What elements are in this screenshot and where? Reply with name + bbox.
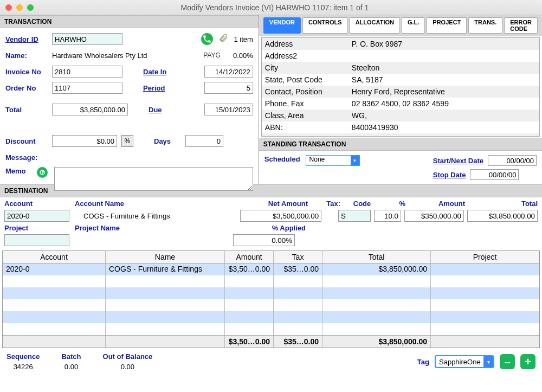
oob-value: 0.00 [103, 363, 153, 371]
vendor-name: Hardware Wholesalers Pty Ltd [52, 52, 147, 60]
phone-icon[interactable] [201, 33, 213, 45]
scheduled-select[interactable]: None ▾ [306, 155, 360, 166]
vendor-info-value: 0.00 [349, 135, 539, 137]
table-row[interactable] [3, 323, 539, 335]
dest-amount-input[interactable] [404, 210, 464, 222]
date-in-input[interactable] [204, 66, 253, 78]
hdr-total: Total [470, 200, 538, 208]
discount-label: Discount [5, 137, 48, 145]
vendor-info-key: Phone, Fax [262, 99, 349, 108]
table-row[interactable]: 2020-0COGS - Furniture & Fittings$3,50…0… [3, 264, 539, 275]
invoice-no-input[interactable] [52, 66, 122, 78]
due-label[interactable]: Due [149, 106, 181, 114]
vendor-info-value: Henry Ford, Representative [349, 87, 539, 96]
table-row[interactable] [3, 287, 539, 299]
start-date-input[interactable] [488, 155, 537, 166]
table-row[interactable] [3, 311, 539, 323]
dest-account-input[interactable] [4, 210, 69, 222]
items-count: 1 item [234, 35, 253, 43]
tag-select[interactable]: SapphireOne ▾ [435, 355, 494, 368]
tab-vendor[interactable]: VENDOR [263, 17, 301, 34]
close-icon[interactable] [5, 4, 12, 11]
percent-button[interactable]: % [121, 135, 133, 147]
vendor-info-value: 84003419930 [349, 123, 539, 132]
name-label: Name: [5, 52, 48, 60]
vendor-info-value: P. O. Box 9987 [349, 40, 539, 48]
payg-label: PAYG [203, 52, 221, 59]
tab-trans[interactable]: TRANS. [468, 17, 502, 34]
start-date-label[interactable]: Start/Next Date [433, 157, 483, 165]
vendor-info-key: Class, Area [262, 111, 349, 120]
standing-header: STANDING TRANSACTION [259, 138, 542, 151]
period-label[interactable]: Period [143, 84, 176, 92]
vendor-info-value: 02 8362 4500, 02 8362 4599 [349, 99, 539, 108]
tab-project[interactable]: PROJECT [427, 17, 467, 34]
vendor-info-value: WG, [349, 111, 539, 120]
vendor-info-key: Total Owing: [262, 135, 349, 137]
hdr-net-amount: Net Amount [243, 200, 308, 208]
dest-pct-input[interactable] [374, 210, 401, 222]
tab-controls[interactable]: CONTROLS [302, 17, 348, 34]
vendor-id-label[interactable]: Vendor ID [5, 35, 48, 43]
order-no-input[interactable] [52, 82, 122, 94]
date-in-label[interactable]: Date In [143, 68, 176, 76]
discount-input[interactable] [52, 135, 117, 147]
vendor-info-row: Address2 [262, 50, 539, 62]
grid-hdr-account[interactable]: Account [3, 251, 106, 263]
dest-net-amount-input[interactable] [240, 210, 321, 222]
batch-label: Batch [61, 352, 81, 361]
vendor-info-row: ABN:84003419930 [262, 121, 539, 133]
total-input[interactable] [52, 104, 128, 115]
chevron-down-icon: ▾ [351, 156, 359, 165]
vendor-info-key: Address2 [262, 52, 349, 60]
remove-button[interactable]: – [500, 354, 515, 369]
tab-errorcode[interactable]: ERROR CODE [504, 17, 538, 34]
message-label: Message: [5, 153, 48, 162]
period-input[interactable] [204, 82, 253, 94]
dest-total-input[interactable] [467, 210, 538, 222]
scheduled-label: Scheduled [264, 155, 300, 163]
attachment-icon[interactable] [218, 33, 228, 46]
memo-input[interactable] [54, 167, 253, 191]
grid-foot-total: $3,850,000.00 [322, 336, 431, 348]
dest-code-input[interactable] [338, 210, 371, 222]
grid-hdr-tax[interactable]: Tax [274, 251, 322, 263]
chevron-down-icon: ▾ [483, 356, 493, 367]
invoice-no-label: Invoice No [5, 68, 48, 76]
titlebar: Modify Vendors Invoice (VI) HARWHO 1107:… [0, 0, 542, 15]
vendor-info-key: Address [262, 40, 349, 48]
stop-date-label[interactable]: Stop Date [433, 171, 466, 179]
stop-date-input[interactable] [470, 169, 519, 180]
order-no-label: Order No [5, 84, 48, 92]
dest-project-input[interactable] [4, 234, 69, 246]
days-input[interactable] [185, 135, 223, 147]
vendor-id-input[interactable] [52, 33, 122, 45]
vendor-info-panel: AddressP. O. Box 9987Address2CitySteelto… [261, 37, 540, 137]
tag-label: Tag [417, 358, 429, 366]
add-button[interactable]: + [520, 354, 535, 369]
payg-value: 0.00% [225, 52, 253, 60]
tab-allocation[interactable]: ALLOCATION [350, 17, 400, 34]
vendor-tabs: VENDOR CONTROLS ALLOCATION G.L. PROJECT … [259, 15, 542, 36]
dest-account-name: COGS - Furniture & Fittings [83, 212, 237, 220]
dest-pct-applied-input[interactable] [233, 234, 295, 246]
memo-label: Memo [5, 167, 33, 175]
vendor-info-row: Total Owing:0.00 [262, 133, 539, 137]
grid-hdr-name[interactable]: Name [106, 251, 225, 263]
bottom-bar: Sequence 34226 Batch 0.00 Out of Balance… [0, 348, 542, 375]
vendor-info-row: Class, AreaWG, [262, 110, 539, 121]
grid-hdr-amount[interactable]: Amount [225, 251, 274, 263]
hdr-account-name: Account Name [75, 200, 237, 208]
tag-value: SapphireOne [439, 358, 481, 366]
grid-hdr-total[interactable]: Total [322, 251, 431, 263]
destination-grid: Account Name Amount Tax Total Project 20… [2, 250, 540, 348]
grid-hdr-project[interactable]: Project [431, 251, 539, 263]
due-input[interactable] [204, 104, 253, 115]
vendor-info-key: State, Post Code [262, 75, 349, 84]
tab-gl[interactable]: G.L. [402, 17, 425, 34]
hdr-project-name: Project Name [75, 224, 235, 232]
table-row[interactable] [3, 275, 539, 287]
table-row[interactable] [3, 299, 539, 311]
grid-foot-amount: $3,50…0.00 [225, 336, 274, 348]
memo-icon[interactable] [37, 167, 48, 178]
